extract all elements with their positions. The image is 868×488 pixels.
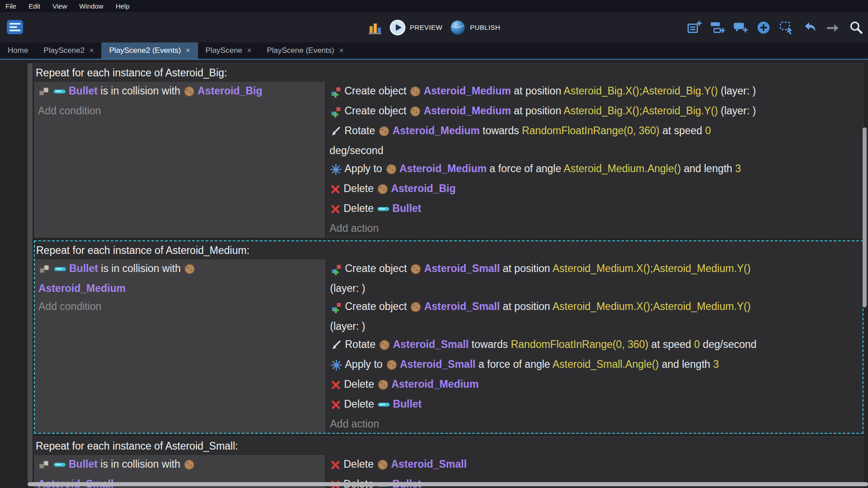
tab-bar: HomePlayScene2×PlayScene2 (Events)×PlayS… <box>0 42 868 60</box>
menu-item-window[interactable]: Window <box>79 2 103 10</box>
collision-icon <box>38 82 50 100</box>
text-segment: and length <box>681 163 735 174</box>
tab-close-icon[interactable]: × <box>339 47 343 55</box>
text-segment: Asteroid_Small <box>424 263 500 274</box>
condition-row[interactable]: Bullet is in collision with Asteroid_Big <box>38 82 321 102</box>
tab-label: PlayScene (Events) <box>267 46 334 55</box>
add-condition-button[interactable]: Add condition <box>38 297 322 315</box>
text-segment: at speed <box>660 125 705 136</box>
tab-playscene2-events[interactable]: PlayScene2 (Events)× <box>101 42 198 59</box>
menu-item-help[interactable]: Help <box>116 2 130 10</box>
select-event-icon[interactable] <box>779 20 794 35</box>
toolbar: PREVIEW PUBLISH <box>0 12 868 42</box>
event-block[interactable]: Repeat for each instance of Asteroid_Med… <box>34 240 863 434</box>
action-row[interactable]: Apply to Asteroid_Small a force of angle… <box>330 355 859 375</box>
asteroid-icon <box>379 335 390 353</box>
action-row[interactable]: Create object Asteroid_Small at position… <box>330 259 859 297</box>
tab-close-icon[interactable]: × <box>186 47 190 55</box>
text-segment: is in collision with <box>98 85 183 97</box>
text-segment: 0 <box>705 125 711 136</box>
tab-playscene-events[interactable]: PlayScene (Events)× <box>259 42 351 59</box>
event-block[interactable]: Repeat for each instance of Asteroid_Sma… <box>34 436 863 488</box>
text-segment: at position <box>500 263 552 274</box>
menu-item-file[interactable]: File <box>5 2 16 10</box>
event-header[interactable]: Repeat for each instance of Asteroid_Big… <box>34 64 863 82</box>
horizontal-scrollbar-thumb[interactable] <box>28 482 868 486</box>
text-segment: deg/second <box>330 145 383 156</box>
add-new-icon[interactable] <box>756 20 771 35</box>
text-segment: Add action <box>330 418 379 430</box>
menu-item-edit[interactable]: Edit <box>28 2 40 10</box>
tab-home[interactable]: Home <box>0 42 36 59</box>
tab-label: PlayScene2 <box>43 46 85 55</box>
text-segment: Asteroid_Big.X();Asteroid_Big.Y() <box>564 85 718 97</box>
action-row[interactable]: Delete Asteroid_Small <box>330 455 859 475</box>
publish-button[interactable]: PUBLISH <box>449 19 500 36</box>
text-segment: Asteroid_Big.X();Asteroid_Big.Y() <box>564 105 718 117</box>
text-segment: 0 <box>694 338 700 350</box>
bullet-icon <box>377 395 390 413</box>
tab-label: PlayScene2 (Events) <box>109 46 181 55</box>
event-header[interactable]: Repeat for each instance of Asteroid_Med… <box>35 241 863 259</box>
action-row[interactable]: Apply to Asteroid_Medium a force of angl… <box>330 160 859 179</box>
building-icon[interactable] <box>368 20 382 35</box>
undo-icon[interactable] <box>802 20 817 35</box>
text-segment: Apply to <box>344 163 385 174</box>
event-header[interactable]: Repeat for each instance of Asteroid_Sma… <box>34 437 863 455</box>
delete-icon <box>330 199 341 217</box>
asteroid-icon <box>410 297 421 315</box>
event-block[interactable]: Repeat for each instance of Asteroid_Big… <box>34 63 863 238</box>
add-comment-icon[interactable] <box>733 20 748 35</box>
tab-close-icon[interactable]: × <box>247 47 251 55</box>
event-selection-gutter[interactable] <box>28 63 33 482</box>
text-segment: Asteroid_Medium <box>424 105 511 117</box>
text-segment: (layer: ) <box>718 85 756 97</box>
condition-row[interactable]: Bullet is in collision with Asteroid_Med… <box>38 259 322 297</box>
asteroid-icon <box>386 355 397 373</box>
text-segment: Add action <box>330 222 379 234</box>
add-action-button[interactable]: Add action <box>330 415 859 433</box>
preview-play-icon <box>390 19 406 36</box>
action-row[interactable]: Create object Asteroid_Medium at positio… <box>330 102 859 122</box>
asteroid-icon <box>410 82 421 100</box>
tab-close-icon[interactable]: × <box>90 47 94 55</box>
action-row[interactable]: Create object Asteroid_Medium at positio… <box>330 82 859 102</box>
text-segment: Add condition <box>38 300 101 312</box>
publish-label: PUBLISH <box>470 23 500 31</box>
preview-button[interactable]: PREVIEW <box>390 19 443 36</box>
tab-playscene[interactable]: PlayScene× <box>198 42 259 59</box>
menu-item-view[interactable]: View <box>52 2 67 10</box>
text-segment: deg/second <box>700 338 756 350</box>
preview-label: PREVIEW <box>410 23 443 31</box>
text-segment: Asteroid_Small <box>400 358 476 370</box>
asteroid-icon <box>377 375 389 393</box>
action-row[interactable]: Delete Asteroid_Big <box>330 179 859 199</box>
action-row[interactable]: Rotate Asteroid_Small towards RandomFloa… <box>330 335 859 355</box>
search-icon[interactable] <box>848 20 863 35</box>
tab-playscene2[interactable]: PlayScene2× <box>36 42 101 59</box>
asteroid-icon <box>377 179 388 197</box>
text-segment: Bullet <box>392 202 421 214</box>
conditions-column: Bullet is in collision with Asteroid_Med… <box>35 259 326 433</box>
text-segment: is in collision with <box>98 263 184 274</box>
redo-icon[interactable] <box>825 20 840 35</box>
add-event-icon[interactable] <box>687 20 702 35</box>
action-row[interactable]: Create object Asteroid_Small at position… <box>330 297 859 335</box>
action-row[interactable]: Rotate Asteroid_Medium towards RandomFlo… <box>330 122 859 160</box>
asteroid-icon <box>378 122 390 140</box>
vertical-scrollbar-thumb[interactable] <box>863 127 867 307</box>
add-condition-button[interactable]: Add condition <box>38 102 321 120</box>
asteroid-icon <box>184 455 195 473</box>
text-segment: (layer: ) <box>330 320 365 332</box>
collision-icon <box>38 455 50 473</box>
publish-globe-icon <box>449 19 466 36</box>
text-segment: Asteroid_Big <box>391 183 456 194</box>
action-row[interactable]: Delete Bullet <box>330 199 859 219</box>
action-row[interactable]: Delete Asteroid_Medium <box>330 375 859 395</box>
text-segment: Delete <box>344 202 377 214</box>
add-subevent-icon[interactable] <box>710 20 725 35</box>
project-manager-icon[interactable] <box>5 18 24 37</box>
action-row[interactable]: Delete Bullet <box>330 395 859 415</box>
add-action-button[interactable]: Add action <box>330 219 859 237</box>
create-icon <box>330 259 342 277</box>
